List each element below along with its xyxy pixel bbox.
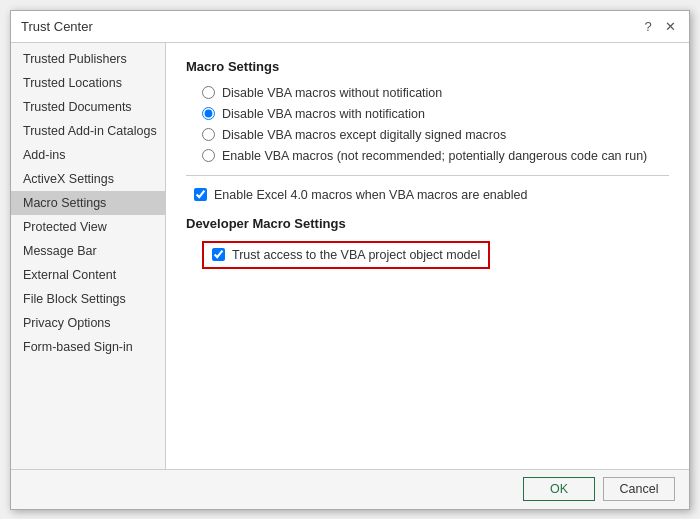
trust-vba-label: Trust access to the VBA project object m… [232,248,480,262]
excel-macro-label: Enable Excel 4.0 macros when VBA macros … [214,188,527,202]
trust-vba-row: Trust access to the VBA project object m… [202,241,490,269]
radio-label-disable-no-notify: Disable VBA macros without notification [222,86,442,100]
dialog-title: Trust Center [21,19,93,34]
trust-vba-checkbox[interactable] [212,248,225,261]
sidebar-item-macro-settings[interactable]: Macro Settings [11,191,165,215]
sidebar-item-trusted-documents[interactable]: Trusted Documents [11,95,165,119]
radio-enable-all[interactable] [202,149,215,162]
sidebar-item-trusted-publishers[interactable]: Trusted Publishers [11,47,165,71]
radio-item-disable-signed: Disable VBA macros except digitally sign… [202,128,669,142]
excel-macro-checkbox-row: Enable Excel 4.0 macros when VBA macros … [194,188,669,202]
sidebar-item-addins[interactable]: Add-ins [11,143,165,167]
trust-vba-container: Trust access to the VBA project object m… [194,241,669,269]
title-bar: Trust Center ? ✕ [11,11,689,43]
macro-settings-title: Macro Settings [186,59,669,74]
sidebar-item-external-content[interactable]: External Content [11,263,165,287]
help-button[interactable]: ? [639,17,657,35]
title-bar-controls: ? ✕ [639,17,679,35]
dialog-body: Trusted PublishersTrusted LocationsTrust… [11,43,689,469]
content-area: Macro Settings Disable VBA macros withou… [166,43,689,469]
sidebar-item-form-signin[interactable]: Form-based Sign-in [11,335,165,359]
sidebar-item-trusted-locations[interactable]: Trusted Locations [11,71,165,95]
cancel-button[interactable]: Cancel [603,477,675,501]
dialog-footer: OK Cancel [11,469,689,509]
sidebar-item-privacy[interactable]: Privacy Options [11,311,165,335]
sidebar-item-activex[interactable]: ActiveX Settings [11,167,165,191]
close-button[interactable]: ✕ [661,17,679,35]
radio-disable-notify[interactable] [202,107,215,120]
radio-disable-no-notify[interactable] [202,86,215,99]
radio-item-disable-no-notify: Disable VBA macros without notification [202,86,669,100]
radio-disable-signed[interactable] [202,128,215,141]
developer-section-title: Developer Macro Settings [186,216,669,231]
section-divider [186,175,669,176]
sidebar-item-file-block[interactable]: File Block Settings [11,287,165,311]
sidebar-item-protected-view[interactable]: Protected View [11,215,165,239]
trust-center-dialog: Trust Center ? ✕ Trusted PublishersTrust… [10,10,690,510]
excel-macro-checkbox[interactable] [194,188,207,201]
radio-item-disable-notify: Disable VBA macros with notification [202,107,669,121]
radio-label-disable-notify: Disable VBA macros with notification [222,107,425,121]
radio-label-disable-signed: Disable VBA macros except digitally sign… [222,128,506,142]
sidebar-item-trusted-addins[interactable]: Trusted Add-in Catalogs [11,119,165,143]
radio-item-enable-all: Enable VBA macros (not recommended; pote… [202,149,669,163]
radio-label-enable-all: Enable VBA macros (not recommended; pote… [222,149,647,163]
sidebar: Trusted PublishersTrusted LocationsTrust… [11,43,166,469]
sidebar-item-message-bar[interactable]: Message Bar [11,239,165,263]
ok-button[interactable]: OK [523,477,595,501]
macro-radio-group: Disable VBA macros without notificationD… [202,86,669,163]
